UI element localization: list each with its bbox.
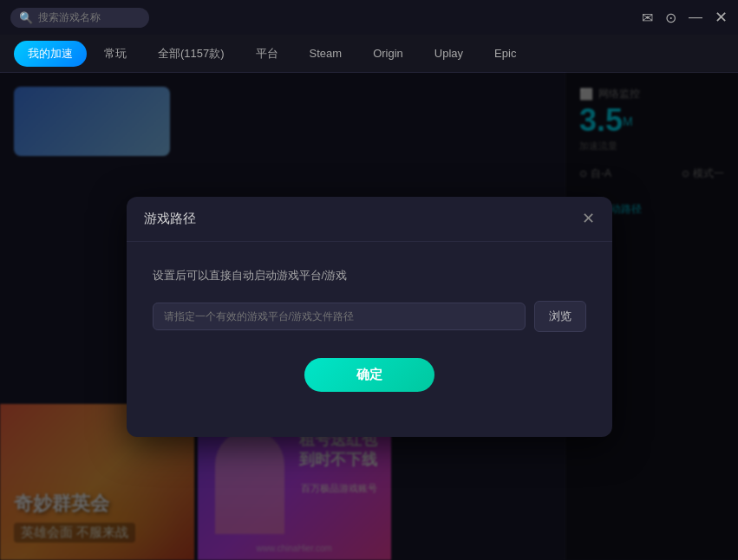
minimize-icon[interactable]: — [689,10,702,25]
search-input[interactable] [38,11,142,23]
tab-platform[interactable]: 平台 [242,41,292,67]
search-icon: 🔍 [19,11,33,24]
tab-my-boost[interactable]: 我的加速 [14,41,87,67]
path-input[interactable] [153,303,526,330]
mail-icon[interactable]: ✉ [642,10,653,26]
title-bar-left: 🔍 [10,8,149,28]
main-content: 奇妙群英会 英雄会面 不服来战 广告 租号送红包 到时不下线 百万极品游戏账号 … [0,73,738,560]
game-path-modal: 游戏路径 ✕ 设置后可以直接自动启动游戏平台/游戏 浏览 确定 [127,197,612,437]
modal-overlay: 游戏路径 ✕ 设置后可以直接自动启动游戏平台/游戏 浏览 确定 [0,73,738,560]
browse-button[interactable]: 浏览 [534,301,586,332]
title-bar-right: ✉ ⊙ — ✕ [642,8,728,27]
modal-close-button[interactable]: ✕ [582,211,595,226]
path-row: 浏览 [153,301,586,332]
settings-icon[interactable]: ⊙ [665,10,676,26]
modal-footer: 确定 [153,358,586,416]
tab-all[interactable]: 全部(1157款) [144,41,238,67]
close-button[interactable]: ✕ [715,8,728,27]
modal-description: 设置后可以直接自动启动游戏平台/游戏 [153,268,586,283]
tab-origin[interactable]: Origin [359,42,417,65]
confirm-button[interactable]: 确定 [304,358,434,392]
tab-frequent[interactable]: 常玩 [90,41,140,67]
title-bar: 🔍 ✉ ⊙ — ✕ [0,0,738,35]
nav-bar: 我的加速 常玩 全部(1157款) 平台 Steam Origin Uplay … [0,35,738,73]
tab-epic[interactable]: Epic [480,42,530,65]
modal-title: 游戏路径 [144,211,196,227]
search-box[interactable]: 🔍 [10,8,149,28]
tab-steam[interactable]: Steam [296,42,356,65]
modal-header: 游戏路径 ✕ [127,197,612,242]
tab-uplay[interactable]: Uplay [421,42,477,65]
modal-body: 设置后可以直接自动启动游戏平台/游戏 浏览 确定 [127,242,612,437]
